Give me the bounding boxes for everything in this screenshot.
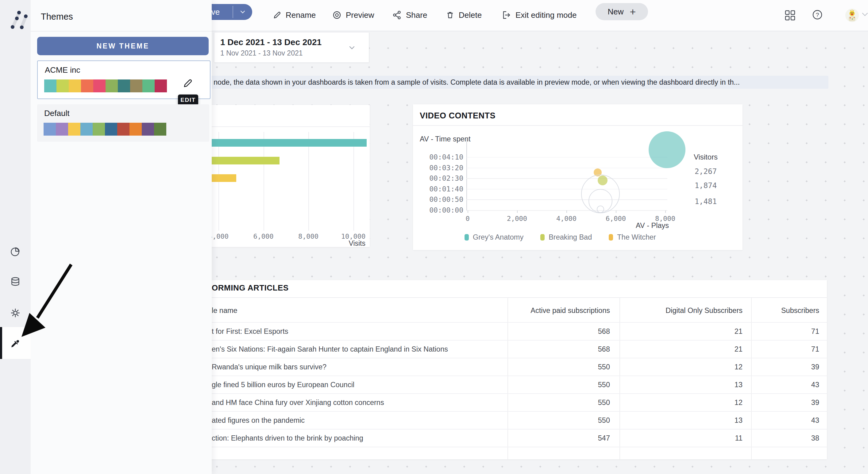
edit-tooltip: EDIT (178, 94, 198, 105)
metric-cell: 568 (598, 345, 610, 353)
new-button-label: New (608, 7, 624, 17)
bubble-x-axis-label: AV - Plays (608, 222, 669, 230)
exit-icon (502, 10, 512, 20)
article-name-cell[interactable]: ction: Elephants driven to the brink by … (212, 434, 363, 442)
sampling-info-text: node, the data shown in your dashboards … (214, 76, 740, 89)
new-theme-button[interactable]: NEW THEME (37, 37, 209, 55)
exit-editing-mode-button[interactable]: Exit editing mode (502, 0, 577, 30)
theme-color-swatch (118, 80, 130, 92)
legend-swatch (609, 234, 613, 241)
legend-item: The Witcher (609, 233, 656, 242)
metric-cell: 39 (811, 399, 819, 407)
bar-chart-gridline (308, 132, 309, 231)
theme-color-swatch (105, 123, 117, 136)
bar-chart-gridline (264, 132, 264, 231)
save-dropdown-button[interactable] (233, 4, 252, 20)
article-name-cell[interactable]: ated figures on the pandemic (212, 416, 305, 424)
sidebar-item-themes-active[interactable] (0, 327, 31, 359)
table-row-separator (172, 411, 827, 412)
legend-label: Grey's Anatomy (473, 233, 523, 242)
pencil-icon (273, 10, 282, 20)
bubble-chart-x-tick: 2,000 (507, 215, 527, 222)
theme-color-swatch (129, 123, 142, 136)
table-column-separator (507, 297, 508, 459)
trash-icon (445, 10, 455, 20)
app-logo[interactable] (7, 9, 28, 30)
legend-swatch (540, 234, 545, 241)
user-avatar[interactable] (845, 8, 859, 22)
table-row-separator (172, 322, 827, 323)
metric-cell: 38 (811, 434, 819, 442)
metric-cell: 550 (598, 363, 610, 371)
metric-cell: 550 (598, 381, 610, 389)
theme-color-swatch (93, 123, 105, 136)
metric-cell: 21 (735, 345, 743, 353)
metric-cell: 12 (735, 363, 743, 371)
bubble-chart-gridline (466, 157, 667, 158)
share-button[interactable]: Share (392, 0, 427, 30)
video-contents-title: VIDEO CONTENTS (420, 111, 496, 121)
metric-cell: 547 (598, 434, 610, 442)
table-header-cell[interactable]: Digital Only Subscribers (665, 304, 743, 318)
table-header-cell[interactable]: Subscribers (781, 304, 819, 318)
size-legend-value: 1,481 (675, 197, 736, 206)
metric-cell: 21 (735, 327, 743, 336)
bubble-chart-y-tick: 00:00:50 (424, 195, 463, 203)
bubble-chart-x-tickmark (566, 211, 567, 213)
theme-swatches (44, 80, 167, 92)
articles-table-card: ORMING ARTICLES le nameActive paid subsc… (172, 280, 827, 459)
date-range-picker[interactable]: 1 Dec 2021 - 13 Dec 2021 1 Nov 2021 - 13… (214, 32, 369, 63)
bubble-chart-gridline (466, 189, 667, 190)
size-legend-title: Visitors (675, 153, 736, 161)
bubble-chart-x-tick: 0 (465, 215, 469, 222)
theme-color-swatch (57, 80, 69, 92)
article-name-cell[interactable]: t for First: Excel Esports (212, 327, 288, 336)
app-root: 1 Dec 2021 - 13 Dec 2021 1 Nov 2021 - 13… (0, 0, 868, 474)
pie-chart-icon[interactable] (10, 246, 21, 257)
table-row-separator (172, 358, 827, 358)
themes-panel-title: Themes (41, 12, 73, 22)
apps-grid-icon[interactable] (784, 9, 796, 21)
legend-label: Breaking Bad (549, 233, 592, 242)
edit-theme-pencil-icon[interactable] (182, 77, 193, 89)
legend-label: The Witcher (617, 233, 656, 242)
settings-gear-icon[interactable] (10, 308, 21, 318)
database-icon[interactable] (10, 277, 21, 287)
svg-text:?: ? (816, 12, 819, 18)
preview-button[interactable]: Preview (332, 0, 374, 30)
article-name-cell[interactable]: gle fined 5 billion euros by European Co… (212, 381, 354, 389)
help-icon[interactable]: ? (812, 9, 823, 20)
new-dashboard-button[interactable]: New + (595, 3, 648, 20)
bubble-chart-x-tickmark (468, 211, 468, 213)
theme-color-swatch (81, 123, 93, 136)
theme-card-default[interactable]: Default (37, 104, 209, 142)
metric-cell: 39 (811, 363, 819, 371)
chevron-down-icon (239, 8, 246, 15)
bubble-chart-legend: Grey's AnatomyBreaking BadThe Witcher (465, 233, 656, 242)
eyedropper-icon[interactable] (10, 338, 21, 349)
data-bubble-grey-s-anatomy[interactable] (649, 131, 685, 168)
theme-name: ACME inc (45, 65, 81, 75)
article-name-cell[interactable]: Rwanda's unique milk bars survive? (212, 363, 327, 371)
bubble-chart-gridline (466, 168, 667, 168)
theme-card-acme[interactable]: ACME inc EDIT (37, 60, 211, 99)
rename-button[interactable]: Rename (273, 0, 316, 30)
metric-cell: 550 (598, 416, 610, 424)
theme-color-swatch (154, 123, 166, 136)
bubble-y-axis-label: AV - Time spent (420, 135, 470, 143)
article-name-cell[interactable]: en's Six Nations: Fit-again Sarah Hunter… (212, 345, 448, 353)
table-header-cell[interactable]: le name (212, 304, 238, 318)
chevron-down-icon[interactable] (861, 10, 868, 19)
bubble-chart-x-tickmark (665, 211, 666, 213)
bubble-chart-y-tick: 00:02:30 (424, 174, 463, 182)
delete-button[interactable]: Delete (445, 0, 482, 30)
card-divider (413, 125, 743, 126)
table-column-separator (619, 297, 620, 459)
theme-color-swatch (143, 80, 155, 92)
article-name-cell[interactable]: and HM face China fury over Xinjiang cot… (212, 399, 384, 407)
chevron-down-icon[interactable] (348, 43, 356, 52)
bar-chart-x-tick: 6,000 (253, 232, 273, 240)
table-header-cell[interactable]: Active paid subscriptions (530, 304, 610, 318)
table-row-separator (172, 340, 827, 341)
theme-swatches (43, 123, 166, 136)
